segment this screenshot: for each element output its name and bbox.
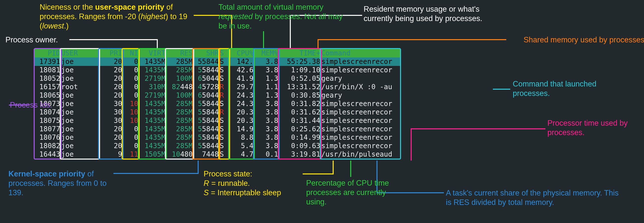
col-header-mem: MEM% xyxy=(254,49,279,58)
process-row: 18081joe2001435M285M55844S42.63.81:09.10… xyxy=(35,66,400,74)
annotation-pid: Process Ids. xyxy=(10,100,60,110)
process-row: 18065joe2002719M100M65044R24.31.30:30.85… xyxy=(35,91,400,100)
leader-pri xyxy=(114,160,198,174)
col-header-user: USER xyxy=(61,49,99,58)
annotation-cpu: Percentage of CPU time processes are cur… xyxy=(306,178,390,207)
process-row: 16443joe9111505M104807448S4.70.13:19.81/… xyxy=(35,150,400,158)
annotation-virt: Total amount of virtual memory requested… xyxy=(218,2,350,31)
annotation-pri: Kernel-space priority of processes. Rang… xyxy=(8,169,112,198)
col-header-res: RES xyxy=(166,49,193,58)
annotation-res: Resident memory usage or what's currentl… xyxy=(364,4,502,23)
annotation-mem: A task's current share of the physical m… xyxy=(446,188,624,207)
process-row: 18076joe2001435M285M55844S8.83.80:14.99s… xyxy=(35,133,400,142)
annotation-time: Processor time used by processes. xyxy=(548,118,642,137)
annotation-cmd: Command that launched processes. xyxy=(513,79,622,98)
col-header-cpu: CPU% xyxy=(229,49,254,58)
leader-shr xyxy=(318,40,506,48)
process-row: 18077joe2001435M285M55844S14.93.80:25.62… xyxy=(35,125,400,133)
process-row: 16157root200310M8244845728R29.71.113:31.… xyxy=(35,83,400,91)
annotation-user: Process owner. xyxy=(6,35,70,44)
col-header-command: Command xyxy=(321,49,400,58)
col-header-shr: SHR xyxy=(193,49,219,58)
col-header-pid: PID xyxy=(35,49,61,58)
process-row: 18074joe30101435M285M55844R20.33.80:31.6… xyxy=(35,108,400,116)
process-row: 18073joe30101435M285M55844S24.33.80:31.8… xyxy=(35,100,400,108)
col-header-virt: VIRT xyxy=(139,49,166,58)
process-row: 17391joe2001435M285M55844S142.3.855:25.3… xyxy=(35,58,400,66)
leader-s xyxy=(303,160,333,174)
process-row: 18075joe30101435M285M55844S20.33.80:31.4… xyxy=(35,116,400,125)
leader-time xyxy=(411,129,546,160)
col-header-pri: PRI xyxy=(99,49,122,58)
process-row: 18082joe2001435M285M55844S5.43.80:09.63s… xyxy=(35,142,400,150)
annotation-shr: Shared memory used by processes. xyxy=(508,35,644,44)
col-header-s: S xyxy=(219,49,229,58)
annotation-ni: Niceness or the user-space priority of p… xyxy=(40,2,193,31)
leader-user xyxy=(69,40,157,48)
col-header-time: TIME+ xyxy=(279,49,321,58)
col-header-ni: NI xyxy=(122,49,139,58)
annotation-s: Process state:R = runnable.S = Interrupt… xyxy=(204,169,303,198)
htop-process-table: PIDUSERPRINIVIRTRESSHRSCPU%MEM%TIME+Comm… xyxy=(35,49,400,158)
process-row: 18052joe2002719M100M65044S41.91.30:52.05… xyxy=(35,74,400,83)
